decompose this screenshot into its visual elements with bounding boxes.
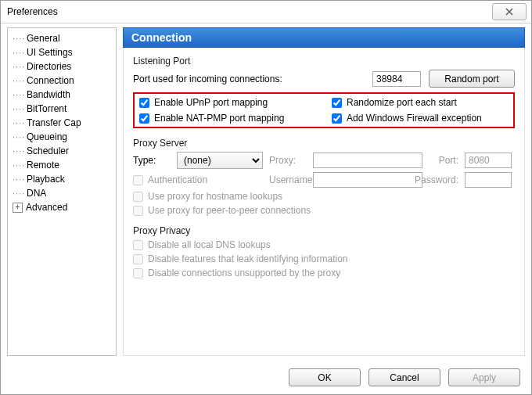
group-title-proxy: Proxy Server bbox=[133, 138, 515, 149]
category-tree: ····General ····UI Settings ····Director… bbox=[7, 27, 117, 356]
ok-button[interactable]: OK bbox=[289, 368, 361, 386]
proxy-host-label: Proxy: bbox=[269, 155, 307, 166]
group-listening-port: Listening Port Port used for incoming co… bbox=[133, 56, 515, 128]
username-input bbox=[313, 172, 422, 188]
settings-panel: Connection Listening Port Port used for … bbox=[123, 27, 525, 356]
password-input bbox=[465, 172, 512, 188]
sidebar-item-directories[interactable]: ····Directories bbox=[8, 59, 116, 74]
checkbox-randomize[interactable]: Randomize port each start bbox=[332, 97, 509, 108]
apply-button[interactable]: Apply bbox=[448, 368, 520, 386]
checkbox-proxy-p2p: Use proxy for peer-to-peer connections bbox=[133, 205, 515, 216]
checkbox-firewall[interactable]: Add Windows Firewall exception bbox=[332, 113, 509, 124]
sidebar-item-general[interactable]: ····General bbox=[8, 31, 116, 45]
checkbox-disable-dns: Disable all local DNS lookups bbox=[133, 239, 515, 250]
random-port-button[interactable]: Random port bbox=[429, 70, 515, 88]
sidebar-item-dna[interactable]: ····DNA bbox=[8, 186, 116, 200]
sidebar-item-advanced[interactable]: +Advanced bbox=[8, 200, 116, 214]
sidebar-item-bittorrent[interactable]: ····BitTorrent bbox=[8, 102, 116, 116]
checkbox-disable-unsupported: Disable connections unsupported by the p… bbox=[133, 268, 515, 278]
checkbox-proxy-hostname: Use proxy for hostname lookups bbox=[133, 191, 515, 202]
checkbox-authentication: Authentication bbox=[133, 174, 263, 185]
dialog-buttons: OK Cancel Apply bbox=[289, 368, 520, 386]
sidebar-item-playback[interactable]: ····Playback bbox=[8, 172, 116, 186]
sidebar-item-ui-settings[interactable]: ····UI Settings bbox=[8, 45, 116, 59]
window-title: Preferences bbox=[7, 6, 58, 17]
highlighted-options: Enable UPnP port mapping Randomize port … bbox=[133, 92, 515, 128]
group-title-listening: Listening Port bbox=[133, 56, 515, 66]
password-label: Password: bbox=[410, 174, 458, 185]
panel-title: Connection bbox=[123, 27, 525, 48]
checkbox-natpmp[interactable]: Enable NAT-PMP port mapping bbox=[139, 113, 316, 124]
sidebar-item-scheduler[interactable]: ····Scheduler bbox=[8, 144, 116, 158]
sidebar-item-queueing[interactable]: ····Queueing bbox=[8, 130, 116, 144]
sidebar-item-bandwidth[interactable]: ····Bandwidth bbox=[8, 88, 116, 102]
cancel-button[interactable]: Cancel bbox=[368, 368, 440, 386]
proxy-type-label: Type: bbox=[133, 155, 171, 166]
username-label: Username: bbox=[269, 174, 307, 185]
proxy-port-input bbox=[465, 153, 512, 168]
checkbox-disable-leak: Disable features that leak identifying i… bbox=[133, 253, 515, 264]
sidebar-item-remote[interactable]: ····Remote bbox=[8, 158, 116, 172]
group-title-privacy: Proxy Privacy bbox=[133, 225, 515, 236]
titlebar: Preferences bbox=[1, 1, 531, 23]
proxy-host-input bbox=[313, 153, 422, 168]
group-proxy-privacy: Proxy Privacy Disable all local DNS look… bbox=[133, 225, 515, 278]
proxy-type-select[interactable]: (none) bbox=[177, 152, 263, 169]
sidebar-item-connection[interactable]: ····Connection bbox=[8, 74, 116, 88]
close-button[interactable] bbox=[492, 3, 527, 20]
proxy-port-label: Port: bbox=[429, 155, 458, 166]
expand-icon[interactable]: + bbox=[13, 203, 23, 213]
close-icon bbox=[505, 8, 513, 16]
checkbox-upnp[interactable]: Enable UPnP port mapping bbox=[139, 97, 316, 108]
group-proxy-server: Proxy Server Type: (none) Proxy: Port: bbox=[133, 138, 515, 216]
preferences-window: Preferences ····General ····UI Settings … bbox=[0, 0, 532, 395]
port-input[interactable] bbox=[372, 71, 421, 87]
sidebar-item-transfer-cap[interactable]: ····Transfer Cap bbox=[8, 116, 116, 130]
port-label: Port used for incoming connections: bbox=[133, 74, 282, 84]
